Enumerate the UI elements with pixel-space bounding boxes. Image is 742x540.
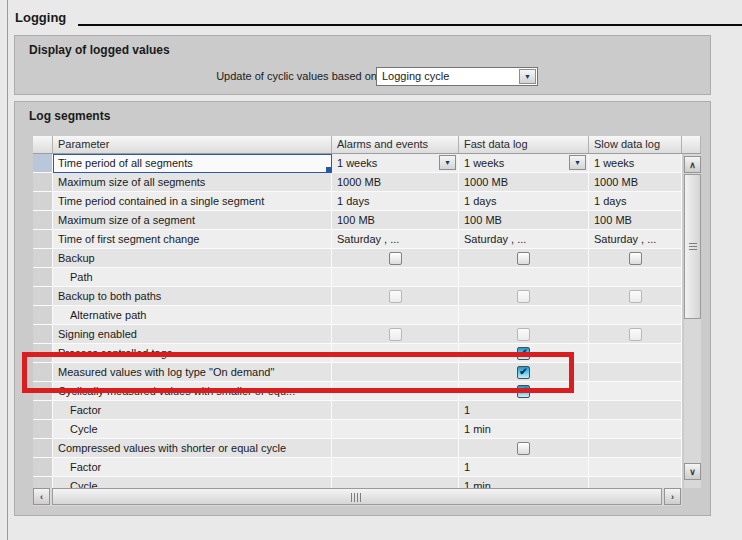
value-cell[interactable]: Saturday , ... [459,230,589,249]
parameter-cell[interactable]: Measured values with log type "On demand… [53,363,332,382]
table-row[interactable]: Cycle1 min [33,420,682,439]
vertical-scrollbar[interactable]: ∧ ∨ [684,154,701,488]
parameter-cell[interactable]: Cycle [53,477,332,488]
row-header-cell[interactable] [33,439,53,458]
value-cell[interactable]: 1 min [459,477,589,488]
value-cell[interactable]: 1000 MB [459,173,589,192]
checkbox-unchecked[interactable] [517,328,530,341]
value-cell[interactable]: 1 days [332,192,459,211]
checkbox-unchecked[interactable] [389,252,402,265]
value-cell[interactable]: 1000 MB [332,173,459,192]
column-header-alarms-and-events[interactable]: Alarms and events [332,136,459,153]
parameter-cell[interactable]: Backup [53,249,332,268]
checkbox-unchecked[interactable] [389,290,402,303]
parameter-cell[interactable]: Maximum size of all segments [53,173,332,192]
row-header-cell[interactable] [33,458,53,477]
value-cell[interactable]: 1 weeks▼ [332,154,459,173]
value-cell[interactable]: 100 MB [332,211,459,230]
row-header-cell[interactable] [33,477,53,488]
table-row[interactable]: Signing enabled [33,325,682,344]
checkbox-unchecked[interactable] [517,442,530,455]
value-cell[interactable]: 1 [459,458,589,477]
row-header-cell[interactable] [33,420,53,439]
value-cell[interactable]: 1 days [459,192,589,211]
parameter-cell[interactable]: Path [53,268,332,287]
row-header-cell[interactable] [33,401,53,420]
table-row[interactable]: Backup to both paths [33,287,682,306]
table-row[interactable]: Time of first segment changeSaturday , .… [33,230,682,249]
dropdown-open-button[interactable]: ▼ [519,69,536,84]
table-row[interactable]: Measured values with log type "On demand… [33,363,682,382]
row-header-cell[interactable] [33,230,53,249]
checkbox-checked[interactable]: ✔ [517,385,530,398]
value-cell[interactable]: 1000 MB [589,173,682,192]
dropdown-button[interactable]: ▼ [439,155,456,170]
checkbox-unchecked[interactable] [389,328,402,341]
checkbox-unchecked[interactable] [629,252,642,265]
row-header-cell[interactable] [33,306,53,325]
parameter-cell[interactable]: Time of first segment change [53,230,332,249]
table-row[interactable]: Factor1 [33,401,682,420]
row-header-cell[interactable] [33,287,53,306]
table-row[interactable]: Time period of all segments1 weeks▼1 wee… [33,154,682,173]
checkbox-checked[interactable]: ✔ [517,366,530,379]
column-header-slow-data-log[interactable]: Slow data log [589,136,682,153]
logging-cycle-dropdown[interactable]: Logging cycle ▼ [376,67,538,86]
scroll-right-button[interactable]: › [664,488,681,505]
value-cell[interactable]: 100 MB [459,211,589,230]
row-header-cell[interactable] [33,344,53,363]
parameter-cell[interactable]: Maximum size of a segment [53,211,332,230]
horizontal-scrollbar[interactable]: ‹ › [33,488,682,506]
table-row[interactable]: Factor1 [33,458,682,477]
value-cell[interactable]: 1 min [459,420,589,439]
parameter-cell[interactable]: Signing enabled [53,325,332,344]
table-row[interactable]: Backup [33,249,682,268]
row-header-cell[interactable] [33,192,53,211]
row-header-cell[interactable] [33,382,53,401]
parameter-cell[interactable]: Compressed values with shorter or equal … [53,439,332,458]
row-header-cell[interactable] [33,154,53,173]
parameter-cell[interactable]: Cycle [53,420,332,439]
value-cell[interactable]: 1 days [589,192,682,211]
table-row[interactable]: Cyclically measured values with smaller … [33,382,682,401]
parameter-cell[interactable]: Time period of all segments [53,154,332,173]
row-header-cell[interactable] [33,268,53,287]
column-header-parameter[interactable]: Parameter [53,136,332,153]
row-header-cell[interactable] [33,173,53,192]
scroll-up-button[interactable]: ∧ [684,156,701,173]
parameter-cell[interactable]: Alternative path [53,306,332,325]
checkbox-unchecked[interactable] [629,328,642,341]
parameter-cell[interactable]: Backup to both paths [53,287,332,306]
column-header-fast-data-log[interactable]: Fast data log [459,136,589,153]
vertical-scrollbar-thumb[interactable] [684,174,701,319]
checkbox-unchecked[interactable] [517,252,530,265]
value-cell[interactable]: Saturday , ... [332,230,459,249]
row-header-cell[interactable] [33,363,53,382]
table-row[interactable]: Alternative path [33,306,682,325]
table-row[interactable]: Compressed values with shorter or equal … [33,439,682,458]
table-row[interactable]: Cycle1 min [33,477,682,488]
row-header-cell[interactable] [33,249,53,268]
value-cell[interactable]: 1 [459,401,589,420]
value-cell[interactable]: 1 weeks [589,154,682,173]
value-cell[interactable]: 100 MB [589,211,682,230]
table-row[interactable]: Maximum size of all segments1000 MB1000 … [33,173,682,192]
value-cell[interactable]: Saturday , ... [589,230,682,249]
checkbox-unchecked[interactable] [517,290,530,303]
table-row[interactable]: Maximum size of a segment100 MB100 MB100… [33,211,682,230]
value-cell[interactable]: 1 weeks▼ [459,154,589,173]
row-header-cell[interactable] [33,211,53,230]
checkbox-checked[interactable]: ✔ [517,347,530,360]
parameter-cell[interactable]: Cyclically measured values with smaller … [53,382,332,401]
scroll-left-button[interactable]: ‹ [33,488,50,505]
dropdown-button[interactable]: ▼ [569,155,586,170]
horizontal-scrollbar-thumb[interactable] [52,488,662,505]
row-header-cell[interactable] [33,325,53,344]
table-row[interactable]: Time period contained in a single segmen… [33,192,682,211]
parameter-cell[interactable]: Factor [53,401,332,420]
table-row[interactable]: Process controlled tags✔ [33,344,682,363]
checkbox-unchecked[interactable] [629,290,642,303]
table-row[interactable]: Path [33,268,682,287]
scroll-down-button[interactable]: ∨ [684,463,701,480]
parameter-cell[interactable]: Process controlled tags [53,344,332,363]
